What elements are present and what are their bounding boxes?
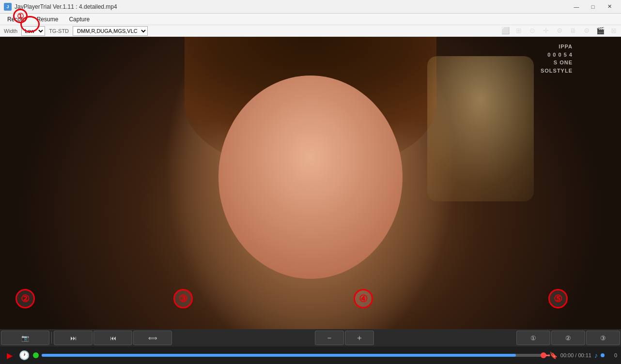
music-note-icon: ♪ xyxy=(594,351,598,359)
annotation-circle-5: ⑤ xyxy=(548,289,568,308)
minus-icon: － xyxy=(326,333,333,343)
menu-capture[interactable]: Capture xyxy=(63,14,95,25)
sites-select[interactable]: DMM,R,DUGA,MGS,VLC xyxy=(73,26,148,36)
green-status-dot xyxy=(33,352,39,358)
skip-forward-icon: ⏭ xyxy=(70,334,77,342)
expand-icon: ⟺ xyxy=(148,334,157,342)
annotation-circle-2: ② xyxy=(16,289,35,308)
video-icon[interactable]: 🎬 xyxy=(595,25,605,36)
watermark-code: 0 0 0 5 4 xyxy=(541,51,573,59)
volume-display: 0 xyxy=(607,352,617,358)
minimize-button[interactable]: — xyxy=(569,2,584,12)
num3-icon: ③ xyxy=(600,334,606,342)
menu-bar: Record Resume Capture xyxy=(0,14,621,25)
close-button[interactable]: ✕ xyxy=(602,2,617,12)
status-indicator: 🕐 xyxy=(18,349,30,361)
clock-icon: 🕐 xyxy=(19,350,30,361)
annotation-circle-3: ③ xyxy=(173,289,193,308)
time-display: 00:00 / 00:11 xyxy=(560,352,591,358)
tg-std-label: TG-STD xyxy=(47,28,71,34)
progress-track[interactable]: ➡ xyxy=(42,354,546,357)
skip-forward-button[interactable]: ⏭ xyxy=(54,331,93,345)
num1-icon: ① xyxy=(530,334,536,342)
watermark-style: SOLSTYLE xyxy=(541,67,573,75)
num1-button[interactable]: ① xyxy=(516,331,550,345)
bookmark-icon: 🔖 xyxy=(549,351,558,359)
title-bar: J JavPlayerTrial Ver.1.11 : 4.detailed.m… xyxy=(0,0,621,14)
progress-bar-area: ▶ 🕐 ➡ 🔖 00:00 / 00:11 ♪ 0 xyxy=(0,347,621,364)
camera-button[interactable]: 📷 xyxy=(1,331,49,345)
settings-icon[interactable]: ⚙ xyxy=(554,25,565,36)
right-toolbar: ⬜ ⊞ ⊙ ✛ ⚙ 🖥 ⚙ 🎬 ⊠ xyxy=(500,25,619,36)
video-area: IPPA 0 0 0 5 4 S ONE SOLSTYLE xyxy=(0,37,621,329)
watermark: IPPA 0 0 0 5 4 S ONE SOLSTYLE xyxy=(541,43,573,75)
plus-icon: ＋ xyxy=(356,333,363,343)
play-button[interactable]: ▶ xyxy=(4,349,16,361)
record-circle-icon[interactable]: ⊙ xyxy=(527,25,538,36)
bottom-controls: 📷 ⏭ ⏮ ⟺ － ＋ ① ② ③ xyxy=(0,329,621,347)
num3-button[interactable]: ③ xyxy=(586,331,620,345)
volume-section: － ＋ xyxy=(315,331,374,345)
compare-icon[interactable]: ⊞ xyxy=(513,25,524,36)
crosshair-icon[interactable]: ✛ xyxy=(541,25,551,36)
skip-to-start-icon: ⏮ xyxy=(110,334,116,342)
end-marker-icon: ➡ xyxy=(545,352,550,359)
video-light-overlay xyxy=(427,56,534,201)
watermark-ippa: IPPA xyxy=(541,43,573,51)
window-controls: — □ ✕ xyxy=(569,2,617,12)
annotation-num-1: ① xyxy=(13,9,28,23)
annotation-circle-1: ① xyxy=(20,16,40,32)
num2-icon: ② xyxy=(565,334,571,342)
display-icon[interactable]: 🖥 xyxy=(568,25,578,36)
skip-to-start-button[interactable]: ⏮ xyxy=(93,331,132,345)
separator-1 xyxy=(51,332,52,344)
width-label: Width xyxy=(2,28,19,34)
maximize-button[interactable]: □ xyxy=(585,2,601,12)
progress-fill xyxy=(42,354,516,357)
grid-icon[interactable]: ⊠ xyxy=(608,25,619,36)
volume-plus-button[interactable]: ＋ xyxy=(345,331,374,345)
tune-icon[interactable]: ⚙ xyxy=(581,25,592,36)
window-title: JavPlayerTrial Ver.1.11 : 4.detailed.mp4 xyxy=(15,3,569,10)
watermark-sone: S ONE xyxy=(541,59,573,67)
volume-minus-button[interactable]: － xyxy=(315,331,344,345)
blue-dot-indicator xyxy=(601,353,605,357)
camera-icon: 📷 xyxy=(21,334,29,342)
video-face-overlay xyxy=(218,76,403,279)
expand-button[interactable]: ⟺ xyxy=(133,331,172,345)
num2-button[interactable]: ② xyxy=(551,331,585,345)
annotation-circle-4: ④ xyxy=(354,289,373,308)
play-icon: ▶ xyxy=(7,351,13,360)
folder-icon[interactable]: ⬜ xyxy=(500,25,511,36)
app-icon: J xyxy=(4,3,12,11)
